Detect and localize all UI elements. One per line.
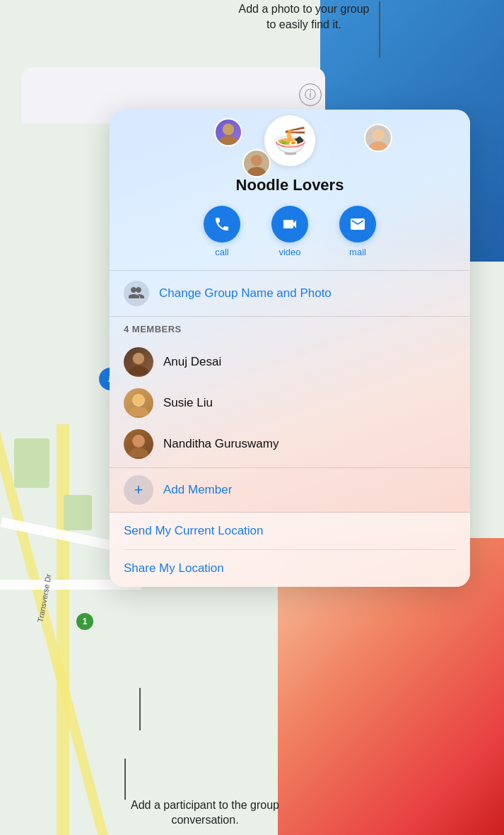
member-name-2: Susie Liu (163, 396, 213, 410)
contact-sheet: 🍜 Noodle Lovers call v (110, 110, 470, 587)
info-button[interactable]: ⓘ (299, 83, 322, 106)
sheet-arrow (280, 110, 300, 110)
location-section: Send My Current Location Share My Locati… (110, 513, 470, 587)
avatar-member-4 (242, 149, 271, 177)
video-action[interactable]: video (271, 206, 308, 257)
svg-point-8 (129, 366, 148, 375)
mail-action[interactable]: mail (339, 206, 376, 257)
svg-point-2 (223, 124, 234, 135)
annotation-top: Add a photo to your group to easily find… (233, 1, 375, 32)
group-avatar[interactable]: 🍜 (264, 115, 315, 166)
send-location-label: Send My Current Location (124, 524, 264, 537)
member-name-1: Anuj Desai (163, 355, 221, 369)
map-road (0, 361, 109, 835)
map-badge: 1 (76, 613, 93, 630)
svg-point-3 (373, 129, 384, 141)
svg-point-4 (369, 141, 387, 151)
avatars-row: 🍜 (110, 110, 470, 173)
member-name-3: Nanditha Guruswamy (163, 437, 279, 451)
member-row: Nanditha Guruswamy (124, 424, 456, 465)
svg-point-15 (133, 435, 144, 446)
svg-point-12 (133, 394, 144, 405)
share-location-label: Share My Location (124, 561, 224, 575)
call-button-circle (204, 206, 240, 243)
action-buttons-row: call video mail (110, 206, 470, 270)
call-action[interactable]: call (204, 206, 240, 257)
svg-point-11 (129, 407, 148, 416)
member-avatar-1 (124, 347, 153, 377)
svg-point-1 (219, 136, 238, 145)
mail-label: mail (349, 247, 366, 257)
member-avatar-2 (124, 388, 153, 418)
member-row: Anuj Desai (124, 341, 456, 383)
add-member-row[interactable]: + Add Member (110, 468, 470, 512)
avatar-member-1 (214, 118, 242, 146)
svg-point-14 (129, 448, 148, 457)
video-button-circle (271, 206, 308, 243)
avatar-member-3 (364, 124, 392, 152)
svg-point-9 (133, 353, 144, 364)
change-group-label: Change Group Name and Photo (159, 286, 332, 300)
mail-button-circle (339, 206, 376, 243)
members-header: 4 MEMBERS (124, 324, 456, 341)
annotation-line (139, 688, 141, 730)
svg-point-6 (247, 167, 266, 176)
share-location-row[interactable]: Share My Location (110, 550, 470, 587)
map-park (64, 495, 92, 530)
video-label: video (279, 247, 300, 257)
change-group-row[interactable]: Change Group Name and Photo (110, 271, 470, 316)
send-location-row[interactable]: Send My Current Location (110, 513, 470, 549)
add-member-icon: + (124, 475, 153, 505)
add-member-label: Add Member (163, 483, 232, 497)
svg-point-5 (251, 155, 262, 166)
map-park (14, 438, 49, 488)
call-label: call (215, 247, 229, 257)
map-road (57, 424, 69, 835)
annotation-bottom: Add a participant to the group conversat… (127, 798, 283, 828)
members-section: 4 MEMBERS Anuj Desai Susie Liu Nanditha … (110, 317, 470, 467)
member-avatar-3 (124, 429, 153, 459)
group-name: Noodle Lovers (110, 173, 470, 206)
change-group-icon (124, 281, 149, 306)
member-row: Susie Liu (124, 383, 456, 424)
